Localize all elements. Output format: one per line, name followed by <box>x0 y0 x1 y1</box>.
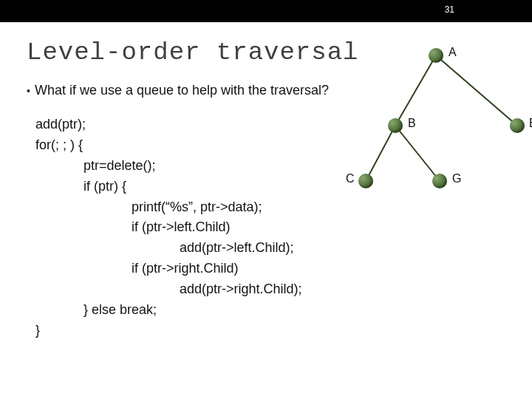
code-l7: add(ptr->left.Child); <box>35 240 294 255</box>
tree-node-b <box>388 118 403 133</box>
code-l8: if (ptr->right.Child) <box>35 261 239 276</box>
code-l1: add(ptr); <box>35 117 86 132</box>
tree-label-b: B <box>408 117 416 130</box>
page-number: 31 <box>445 4 454 15</box>
tree-diagram: A B E C G <box>355 37 532 222</box>
svg-line-3 <box>395 126 440 181</box>
svg-line-2 <box>366 126 395 181</box>
bullet-text: What if we use a queue to help with the … <box>35 83 329 98</box>
tree-node-g <box>432 174 447 188</box>
code-l5: printf(“%s”, ptr->data); <box>35 200 262 214</box>
tree-label-a: A <box>449 46 457 59</box>
svg-line-0 <box>395 55 436 126</box>
tree-edges <box>355 37 532 222</box>
tree-label-e: E <box>529 117 532 130</box>
tree-node-e <box>510 118 525 133</box>
tree-node-a <box>429 48 443 63</box>
code-l4: if (ptr) { <box>35 179 126 194</box>
code-l9: add(ptr->right.Child); <box>35 282 302 296</box>
tree-node-c <box>358 174 373 188</box>
svg-line-1 <box>436 55 517 126</box>
code-l6: if (ptr->left.Child) <box>35 219 231 234</box>
tree-label-c: C <box>346 172 355 185</box>
top-bar: 31 <box>0 0 532 22</box>
code-l11: } <box>35 323 40 338</box>
tree-label-g: G <box>452 172 461 185</box>
bullet-dot: • <box>27 85 30 97</box>
code-l10: } else break; <box>35 302 157 317</box>
code-l3: ptr=delete(); <box>35 158 156 173</box>
code-l2: for(; ; ) { <box>35 137 83 152</box>
